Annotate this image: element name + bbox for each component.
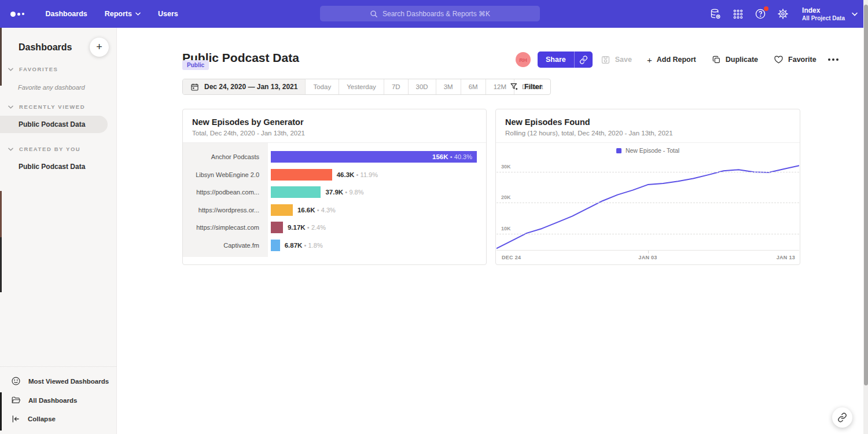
sidebar-section-header[interactable]: FAVORITES — [8, 66, 116, 72]
date-preset-3m[interactable]: 3M — [436, 79, 461, 94]
chevron-down-icon — [135, 12, 141, 16]
duplicate-icon — [712, 55, 721, 64]
x-tick-label: JAN 03 — [638, 255, 657, 260]
x-tick-label: JAN 13 — [777, 255, 795, 260]
legend-label: New Episode - Total — [626, 147, 679, 154]
bar — [271, 222, 283, 233]
gridline — [496, 234, 799, 234]
favorite-label: Favorite — [788, 56, 816, 64]
screen-edge-artifact — [0, 392, 2, 431]
help-icon[interactable] — [755, 8, 766, 20]
sidebar-sections: FAVORITESFavorite any dashboardRECENTLY … — [0, 66, 116, 175]
scrollbar-track[interactable] — [863, 0, 868, 434]
x-axis-labels: DEC 24JAN 03JAN 13 — [496, 251, 800, 264]
sidebar-item[interactable]: Public Podcast Data — [0, 116, 108, 133]
filter-funnel-icon — [510, 82, 519, 91]
bar-track: 37.9K • 9.8% — [271, 186, 477, 198]
smiley-icon — [11, 376, 21, 386]
bar-track: 46.3K • 11.9% — [271, 169, 477, 181]
bar: 156K • 40.3% — [271, 151, 477, 163]
settings-gear-icon[interactable] — [777, 8, 789, 20]
add-dashboard-button[interactable]: + — [90, 38, 109, 57]
nav-item-label: Reports — [105, 10, 132, 18]
bar-row: https://simplecast.com9.17K • 2.4% — [183, 219, 477, 237]
bar — [271, 186, 321, 198]
screen-edge-artifact — [0, 191, 2, 237]
nav-item-label: Users — [158, 10, 178, 18]
search-placeholder: Search Dashboards & Reports ⌘K — [382, 10, 490, 18]
date-preset-7d[interactable]: 7D — [384, 79, 408, 94]
app-logo[interactable] — [10, 12, 24, 17]
actions-toolbar: RH Share Save + Add Report Duplicate — [516, 52, 841, 68]
date-preset-yesterday[interactable]: Yesterday — [339, 79, 384, 94]
sidebar-footer-item[interactable]: Most Viewed Dashboards — [0, 372, 116, 391]
card-title: New Episodes Found — [505, 117, 790, 127]
bar-track: 6.87K • 1.8% — [271, 240, 477, 251]
screen-edge-artifact — [0, 237, 2, 292]
sidebar-section-label: FAVORITES — [19, 66, 58, 72]
bar-row: Anchor Podcasts156K • 40.3% — [183, 148, 477, 166]
collapse-icon — [11, 414, 20, 424]
sidebar-footer-item[interactable]: All Dashboards — [0, 391, 116, 410]
bar-row: Captivate.fm6.87K • 1.8% — [183, 237, 477, 255]
date-preset-30d[interactable]: 30D — [408, 79, 436, 94]
duplicate-label: Duplicate — [726, 56, 758, 64]
add-report-button[interactable]: + Add Report — [647, 55, 696, 65]
bar-category-label: Libsyn WebEngine 2.0 — [183, 171, 268, 178]
calendar-icon — [190, 83, 199, 91]
nav-item-users[interactable]: Users — [149, 10, 187, 18]
sidebar-section-label: CREATED BY YOU — [19, 146, 80, 152]
sidebar-section-header[interactable]: RECENTLY VIEWED — [8, 104, 116, 110]
line-plot: 10K20K30K — [496, 158, 799, 251]
bar-chart: Anchor Podcasts156K • 40.3%Libsyn WebEng… — [183, 143, 486, 264]
date-preset-6m[interactable]: 6M — [461, 79, 486, 94]
save-icon — [601, 55, 610, 65]
bar-value: 16.6K • 4.3% — [297, 207, 336, 214]
bar-value: 9.17K • 2.4% — [288, 224, 326, 231]
sidebar-section-header[interactable]: CREATED BY YOU — [8, 146, 116, 152]
apps-grid-icon[interactable] — [732, 8, 744, 20]
date-preset-today[interactable]: Today — [305, 79, 339, 94]
nav-item-reports[interactable]: Reports — [96, 10, 149, 18]
y-tick-label: 10K — [501, 226, 511, 231]
chevron-down-icon — [8, 148, 13, 151]
filter-button[interactable]: Filter — [506, 79, 546, 95]
favorite-button[interactable]: Favorite — [774, 55, 816, 64]
card-subtitle: Rolling (12 hours), total, Dec 24th, 202… — [505, 130, 790, 137]
visibility-badge: Public — [182, 60, 209, 70]
date-range-picker[interactable]: Dec 24, 2020 — Jan 13, 2021 — [183, 79, 305, 94]
bar-category-label: https://simplecast.com — [183, 224, 268, 231]
project-name: Index — [802, 6, 845, 15]
date-range-label: Dec 24, 2020 — Jan 13, 2021 — [204, 83, 297, 91]
sidebar-empty-hint: Favorite any dashboard — [18, 84, 116, 91]
bar-value: 156K • 40.3% — [432, 153, 472, 160]
scrollbar-thumb[interactable] — [864, 5, 868, 385]
bar-chart-card: New Episodes by Generator Total, Dec 24t… — [182, 109, 487, 265]
share-link-icon[interactable] — [574, 52, 593, 68]
bar-track: 16.6K • 4.3% — [271, 204, 477, 216]
bar-category-label: https://podbean.com... — [183, 189, 268, 196]
main-content: Public Podcast Data Public RH Share Save… — [117, 28, 863, 434]
card-subtitle: Total, Dec 24th, 2020 - Jan 13th, 2021 — [192, 130, 477, 137]
project-picker[interactable]: Index All Project Data — [802, 6, 858, 21]
save-button[interactable]: Save — [601, 55, 632, 65]
gridline — [496, 203, 799, 203]
data-sources-icon[interactable] — [709, 8, 721, 20]
bar-value: 6.87K • 1.8% — [285, 242, 323, 249]
avatar[interactable]: RH — [516, 52, 531, 67]
copy-link-fab[interactable] — [832, 407, 852, 428]
duplicate-button[interactable]: Duplicate — [712, 55, 758, 64]
sidebar-title: Dashboards — [19, 42, 72, 53]
search-input[interactable]: Search Dashboards & Reports ⌘K — [320, 6, 540, 21]
legend-swatch — [616, 148, 621, 153]
more-options-button[interactable] — [826, 56, 841, 63]
share-button[interactable]: Share — [538, 52, 593, 68]
sidebar-item[interactable]: Public Podcast Data — [0, 158, 116, 175]
nav-item-dashboards[interactable]: Dashboards — [37, 10, 96, 18]
share-button-label[interactable]: Share — [538, 52, 574, 68]
chart-legend: New Episode - Total — [496, 143, 800, 158]
save-label: Save — [615, 56, 632, 64]
bar — [271, 240, 280, 251]
date-range-control: Dec 24, 2020 — Jan 13, 2021 TodayYesterd… — [182, 79, 551, 95]
sidebar-footer-item[interactable]: Collapse — [0, 410, 116, 428]
